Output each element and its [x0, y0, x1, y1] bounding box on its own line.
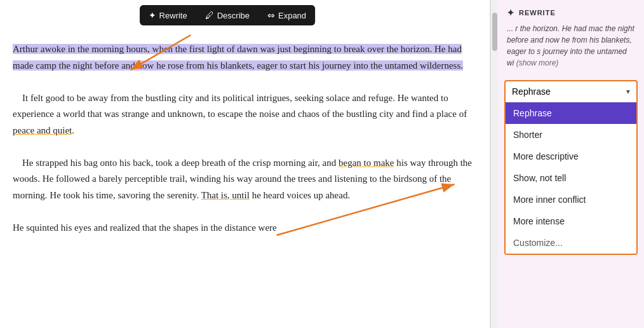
- option-label-shorter: Shorter: [513, 130, 542, 140]
- dropdown-container[interactable]: Rephrase ▾ Rephrase Shorter More descrip…: [504, 80, 638, 255]
- scrollbar[interactable]: [490, 0, 498, 328]
- paragraph-3: He strapped his bag onto his back, took …: [13, 155, 477, 204]
- describe-label: Describe: [217, 11, 250, 20]
- right-panel: ✦ REWRITE ... r the horizon. He had mac …: [498, 0, 644, 328]
- option-label-rephrase: Rephrase: [513, 108, 552, 118]
- rewrite-label: Rewrite: [159, 11, 187, 20]
- dropdown-option-more-descriptive[interactable]: More descriptive: [506, 146, 636, 167]
- highlighted-text: Arthur awoke in the morning hours, when …: [13, 44, 463, 71]
- paragraph-1: Arthur awoke in the morning hours, when …: [13, 41, 477, 74]
- rewrite-icon: ✦: [149, 10, 156, 20]
- editor-area: ✦ Rewrite 🖊 Describe ⇔ Expand Arthur awo…: [0, 0, 490, 328]
- dropdown-selected-row[interactable]: Rephrase ▾: [506, 81, 636, 102]
- option-label-more-descriptive: More descriptive: [513, 151, 579, 161]
- option-label-customize: Customize...: [513, 238, 563, 248]
- underline-that-is: That is, until: [201, 190, 250, 200]
- dropdown-selected-label: Rephrase: [512, 86, 551, 97]
- underline-began: began to make: [339, 158, 394, 168]
- underline-peace: peace and quiet: [13, 125, 72, 135]
- show-more-link[interactable]: (show more): [516, 58, 559, 67]
- paragraph-2: It felt good to be away from the bustlin…: [13, 90, 477, 139]
- dropdown-option-shorter[interactable]: Shorter: [506, 124, 636, 146]
- rewrite-preview-text: ... r the horizon. He had mac the night …: [507, 23, 635, 69]
- rewrite-section-title: REWRITE: [519, 9, 556, 17]
- chevron-down-icon: ▾: [626, 87, 630, 96]
- rewrite-section: ✦ REWRITE ... r the horizon. He had mac …: [498, 0, 644, 75]
- describe-button[interactable]: 🖊 Describe: [196, 5, 258, 25]
- option-label-more-intense: More intense: [513, 216, 565, 226]
- dropdown-option-more-intense[interactable]: More intense: [506, 210, 636, 232]
- rewrite-button[interactable]: ✦ Rewrite: [140, 5, 196, 25]
- toolbar: ✦ Rewrite 🖊 Describe ⇔ Expand: [140, 5, 315, 25]
- expand-icon: ⇔: [267, 10, 275, 20]
- scrollbar-thumb[interactable]: [492, 13, 497, 51]
- rewrite-panel-icon: ✦: [507, 8, 515, 18]
- dropdown-option-show-not-tell[interactable]: Show, not tell: [506, 167, 636, 189]
- dropdown-option-rephrase[interactable]: Rephrase: [506, 102, 636, 124]
- option-label-more-inner-conflict: More inner conflict: [513, 195, 586, 205]
- rewrite-header: ✦ REWRITE: [507, 8, 635, 18]
- dropdown-option-more-inner-conflict[interactable]: More inner conflict: [506, 189, 636, 210]
- expand-button[interactable]: ⇔ Expand: [258, 5, 315, 25]
- dropdown-options: Rephrase Shorter More descriptive Show, …: [506, 102, 636, 254]
- describe-icon: 🖊: [205, 10, 214, 20]
- expand-label: Expand: [278, 11, 306, 20]
- text-content: Arthur awoke in the morning hours, when …: [13, 41, 477, 236]
- dropdown-option-customize[interactable]: Customize...: [506, 232, 636, 254]
- option-label-show-not-tell: Show, not tell: [513, 173, 566, 183]
- paragraph-4: He squinted his eyes and realized that t…: [13, 220, 477, 236]
